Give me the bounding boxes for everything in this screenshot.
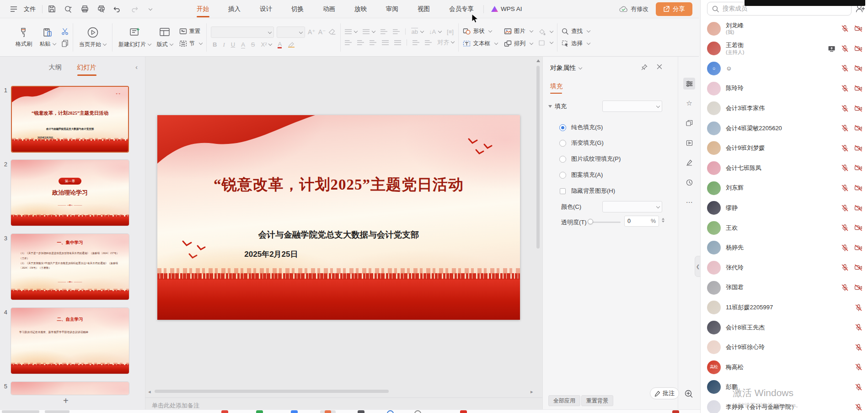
- close-panel-icon[interactable]: [657, 64, 662, 70]
- apply-all-button[interactable]: 全部应用: [548, 395, 580, 406]
- taskbar-app-icon[interactable]: [387, 410, 394, 413]
- bullet-list-icon[interactable]: [345, 29, 352, 34]
- superscript-button[interactable]: X²: [261, 41, 272, 48]
- member-row[interactable]: 会计9班徐心玲: [701, 338, 868, 358]
- tab-outline[interactable]: 大纲: [49, 57, 62, 79]
- sync-status[interactable]: 有修改: [619, 5, 648, 13]
- more-commands-chevron-icon[interactable]: [146, 5, 155, 14]
- taskbar-app-icon[interactable]: [672, 410, 679, 413]
- scroll-left-arrow[interactable]: ◂: [148, 389, 151, 395]
- layout-button[interactable]: 版式: [153, 26, 177, 48]
- member-row[interactable]: 会计4班梁敏2205620: [701, 118, 868, 138]
- paste-button[interactable]: 粘贴: [36, 27, 59, 48]
- member-row[interactable]: 会计七班陈凤: [701, 158, 868, 178]
- main-menu-icon[interactable]: [10, 6, 17, 12]
- transparency-slider[interactable]: [589, 222, 621, 223]
- horizontal-scrollbar[interactable]: [155, 390, 389, 393]
- member-row[interactable]: 王若衡 (主持人): [701, 39, 868, 59]
- shrink-font-button[interactable]: A⁻: [318, 28, 326, 36]
- comment-button[interactable]: 批注: [650, 387, 679, 399]
- fill-section-header[interactable]: 填充: [548, 102, 567, 111]
- clear-format-button[interactable]: [328, 29, 336, 35]
- transparency-slider-thumb[interactable]: [588, 219, 593, 224]
- hide-background-checkbox[interactable]: 隐藏背景图形(H): [559, 187, 615, 195]
- export-pdf-icon[interactable]: [64, 5, 73, 14]
- numbered-list-icon[interactable]: [363, 29, 370, 34]
- slide-date[interactable]: 2025年2月25日: [244, 249, 298, 259]
- align-center-icon[interactable]: [357, 40, 364, 45]
- taskbar-app-icon[interactable]: [221, 410, 228, 413]
- member-row[interactable]: 缪静: [701, 198, 868, 218]
- member-row[interactable]: 张代玲: [701, 258, 868, 278]
- tab-transition[interactable]: 切换: [282, 0, 313, 18]
- tab-home[interactable]: 开始: [187, 0, 219, 18]
- cut-button[interactable]: [61, 28, 69, 35]
- member-row[interactable]: ☺ ☺: [701, 58, 868, 79]
- align-objects-button[interactable]: 对齐: [437, 38, 454, 47]
- file-menu[interactable]: 文件: [24, 5, 36, 13]
- column-spacing-icon[interactable]: [425, 40, 432, 45]
- print-icon[interactable]: [80, 5, 89, 14]
- reset-slide-button[interactable]: 重置: [179, 27, 202, 35]
- start-slideshow-from-page-button[interactable]: 当页开始: [77, 26, 108, 48]
- highlight-button[interactable]: [288, 42, 295, 48]
- save-icon[interactable]: [47, 5, 56, 14]
- slide-thumbnail-5[interactable]: [11, 382, 129, 395]
- transparency-value-input[interactable]: 0%: [624, 216, 659, 227]
- member-row[interactable]: 会计3班李家伟: [701, 98, 868, 118]
- tab-member-exclusive[interactable]: 会员专享: [439, 0, 483, 18]
- member-row[interactable]: 高松 梅高松: [701, 357, 868, 377]
- undo-icon[interactable]: [113, 5, 122, 14]
- tab-design[interactable]: 设计: [250, 0, 282, 18]
- increase-indent-icon[interactable]: [393, 29, 400, 34]
- tab-slides[interactable]: 幻灯片: [77, 57, 96, 79]
- font-color-button[interactable]: A: [278, 41, 282, 48]
- share-button[interactable]: 分享: [656, 2, 692, 16]
- taskbar-app-icon[interactable]: [358, 410, 364, 413]
- brush-rail-icon[interactable]: [683, 157, 695, 169]
- tab-insert[interactable]: 插入: [219, 0, 250, 18]
- member-row[interactable]: 会计9班刘梦媛: [701, 138, 868, 159]
- font-size-select[interactable]: [277, 26, 305, 38]
- pin-panel-icon[interactable]: [641, 64, 648, 70]
- fill-option-pattern[interactable]: 图案填充(A): [559, 171, 603, 179]
- taskbar-app-icon[interactable]: [325, 410, 331, 413]
- picture-button[interactable]: 图片: [504, 27, 533, 35]
- line-spacing-icon[interactable]: ↓A: [429, 28, 436, 35]
- bold-button[interactable]: B: [213, 41, 217, 48]
- taskbar-app-icon[interactable]: [256, 410, 263, 413]
- section-button[interactable]: 节: [179, 40, 202, 48]
- layers-rail-icon[interactable]: [683, 117, 695, 129]
- member-row[interactable]: 会计8班王先杰: [701, 318, 868, 338]
- taskbar-item[interactable]: [2, 410, 39, 413]
- slide-title[interactable]: “锐意改革，计划2025”主题党日活动: [157, 175, 520, 195]
- tab-review[interactable]: 审阅: [376, 0, 408, 18]
- add-slide-button[interactable]: +: [63, 396, 69, 406]
- text-direction-icon[interactable]: [≡]: [447, 28, 454, 35]
- decrease-indent-icon[interactable]: [380, 29, 387, 34]
- reset-background-button[interactable]: 重置背景: [581, 395, 613, 406]
- panel-title[interactable]: 对象属性: [550, 64, 582, 72]
- history-rail-icon[interactable]: [683, 176, 695, 188]
- select-button[interactable]: 选择: [562, 40, 590, 48]
- slide-thumbnail-3[interactable]: 一、集中学习 （1）《关于进一步加强和改进流动党员管理有关工作的通知》（渝委组〔…: [11, 234, 129, 300]
- shapes-button[interactable]: 形状: [463, 27, 498, 35]
- member-row[interactable]: 王欢: [701, 218, 868, 238]
- strikethrough-button[interactable]: S: [251, 41, 255, 48]
- new-slide-button[interactable]: 新建幻灯片: [117, 26, 153, 48]
- copy-button[interactable]: [61, 40, 69, 47]
- more-rail-icon[interactable]: ⋯: [683, 196, 695, 208]
- transparency-spinner[interactable]: [662, 218, 664, 222]
- redo-icon[interactable]: [129, 5, 139, 14]
- row-spacing-icon[interactable]: [413, 40, 419, 45]
- arrange-button[interactable]: 排列: [504, 40, 533, 48]
- fill-option-solid[interactable]: 纯色填充(S): [559, 123, 603, 132]
- underline-button[interactable]: U: [231, 41, 235, 48]
- taskbar-app-icon[interactable]: [460, 410, 467, 413]
- slide-thumbnail-2[interactable]: 第一章 政治理论学习 ——— ·•★•· ———: [11, 160, 129, 226]
- taskbar-app-icon[interactable]: [291, 410, 298, 413]
- slide-thumbnail-1[interactable]: ⌄⌄ “锐意改革，计划2025”主题党日活动 会计与金融学院党总支大数据与会计党…: [11, 86, 129, 153]
- tab-slideshow[interactable]: 放映: [345, 0, 376, 18]
- tab-view[interactable]: 视图: [408, 0, 439, 18]
- font-family-select[interactable]: [211, 26, 274, 38]
